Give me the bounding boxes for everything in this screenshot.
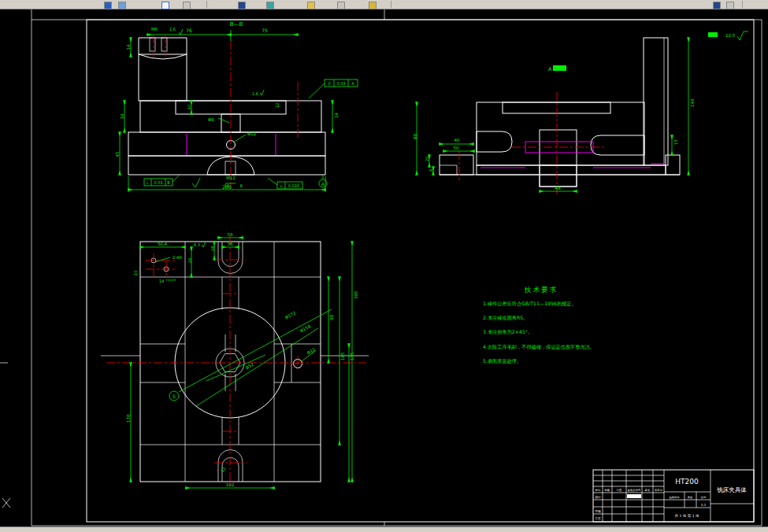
dim-label: 200: [222, 184, 232, 190]
toolbar-separator: [391, 1, 391, 8]
dim-label: 1.6: [252, 91, 258, 96]
dim-label: 80: [413, 134, 417, 139]
svg-text:A: A: [321, 182, 325, 187]
dim-label: 36: [228, 242, 233, 246]
surface-finish-icon: [737, 31, 748, 40]
dim-label: 75: [262, 28, 268, 33]
dim-label: 10: [133, 271, 138, 275]
dim-label: 305: [354, 290, 358, 299]
dim-label: 34: [120, 113, 124, 119]
surface-finish-icon: [202, 242, 206, 247]
dim-label: 6.3: [194, 242, 200, 247]
dim-label: 40: [454, 138, 460, 142]
tech-req-item: 5.表面发蓝处理。: [483, 358, 521, 364]
dim-label: 170: [126, 414, 131, 423]
dim-label: 102: [226, 482, 235, 487]
svg-text:⊥: ⊥: [146, 180, 150, 185]
tech-req-item: 2.未注铸造圆角R5。: [483, 315, 528, 321]
svg-text:0.03: 0.03: [336, 81, 345, 86]
title-block-row-label: 工艺: [595, 516, 601, 520]
dim-label: 76: [186, 28, 192, 33]
title-block-header: 年月日: [655, 489, 662, 492]
dim-label: 140: [690, 98, 695, 107]
toolbar-separator: [742, 1, 743, 8]
dim-label: 50.4: [158, 242, 168, 246]
ucs-icon: [2, 498, 10, 508]
svg-text:0.03: 0.03: [154, 180, 162, 185]
dim-label: M12: [226, 175, 236, 180]
signature-mark: [627, 494, 641, 498]
svg-text://: //: [328, 81, 331, 86]
dim-label: 12.5: [725, 33, 736, 38]
dim-label: 26: [187, 258, 192, 263]
view-section-bb: B—B 76 75 M: [115, 21, 358, 192]
svg-text:B: B: [167, 180, 170, 185]
sheet-border: [0, 9, 762, 526]
tolerance-frame-flatness: ▱ 0.020: [268, 178, 302, 189]
title-block-header: 更改文件号: [628, 488, 642, 492]
dim-label: 15: [673, 139, 678, 145]
part-name: 铣床夹具体: [716, 486, 747, 493]
dim-label: 45: [115, 151, 120, 157]
view-a-label: A: [548, 65, 566, 72]
stage-header: 阶段标记: [670, 496, 681, 499]
dim-label: 8: [239, 183, 242, 188]
dim-label: 145: [340, 352, 345, 360]
section-label: B—B: [230, 21, 243, 28]
dim-label: Φ8: [208, 117, 214, 122]
tech-req-item: 1.铸件公差应符合GB/T11—1996的规定。: [483, 301, 577, 307]
svg-text:5: 5: [173, 393, 176, 399]
tech-req-item: 4.去除工序毛刺，不得磕碰，保证定位面平整光洁。: [483, 344, 595, 350]
tolerance-frame-parallel: // 0.03 A: [309, 79, 358, 98]
dim-label: 90: [329, 315, 334, 320]
title-block-header: 分区: [617, 489, 622, 492]
datum-a-balloon: A: [319, 175, 327, 187]
sheet-note: 共 1 张 第 1 张: [675, 514, 699, 518]
dim-label: +0.018: [165, 279, 176, 282]
scale-value: 1:1: [701, 503, 707, 507]
dim-label: Φ12: [247, 131, 256, 136]
svg-text:0.020: 0.020: [288, 183, 299, 188]
dim-label: 1.6: [169, 27, 176, 31]
dim-label: 50: [454, 146, 459, 150]
dim-label: 20: [425, 157, 429, 161]
dim-label: Φ172: [284, 310, 297, 320]
material-label: HT200: [675, 478, 699, 486]
view-plan: Φ172 Φ158 Φ52 Φ12 5 50.4 6.3 58 36 28 26…: [101, 232, 369, 488]
tech-req-title: 技术要求: [524, 286, 558, 294]
dim-label: M8: [151, 27, 158, 31]
tolerance-frame-perpendicular: ⊥ 0.03 B: [144, 175, 180, 186]
view-section-right: A: [413, 38, 695, 194]
svg-text:▱: ▱: [280, 183, 283, 188]
dim-label: 8: [429, 169, 433, 172]
dim-label: 12: [220, 466, 226, 473]
dim-label: 2-Φ6: [173, 255, 182, 260]
cad-application-window: B—B 76 75 M: [0, 0, 768, 532]
svg-text:A: A: [351, 81, 354, 86]
surface-finish-icon: [192, 178, 200, 187]
svg-text:A: A: [548, 66, 552, 72]
title-block-row-label: 审核: [595, 509, 601, 513]
title-block-header: 处数: [605, 488, 610, 492]
dim-label: 24: [334, 113, 339, 118]
status-bar: Layout1: [0, 526, 768, 532]
item-balloon: 5: [169, 391, 179, 401]
dim-label: 14: [159, 279, 164, 283]
title-block-row-label: 设计: [595, 495, 601, 499]
roughness-note: 12.5: [708, 31, 748, 40]
dim-label: 28: [210, 246, 215, 251]
dim-label: 12: [275, 103, 280, 108]
stage-header: 质量: [688, 496, 693, 499]
stage-header: 比例: [701, 496, 706, 499]
drawing-canvas[interactable]: B—B 76 75 M: [0, 9, 768, 526]
dim-label: 10: [187, 105, 191, 109]
dim-label: 48: [555, 185, 561, 190]
dim-label: Φ158: [299, 323, 312, 333]
title-block-header: 标记: [595, 489, 601, 492]
title-block: 标记 处数 分区 更改文件号 签名 年月日 设计 审核 工艺 HT200 阶段标…: [593, 470, 754, 522]
toolbar-separator: [206, 1, 207, 8]
title-block-header: 签名: [645, 489, 651, 492]
tech-req-item: 3.未注倒角为2×45°。: [483, 329, 532, 335]
technical-requirements: 技术要求 1.铸件公差应符合GB/T11—1996的规定。 2.未注铸造圆角R5…: [483, 286, 595, 364]
dim-label: 58: [228, 232, 233, 237]
